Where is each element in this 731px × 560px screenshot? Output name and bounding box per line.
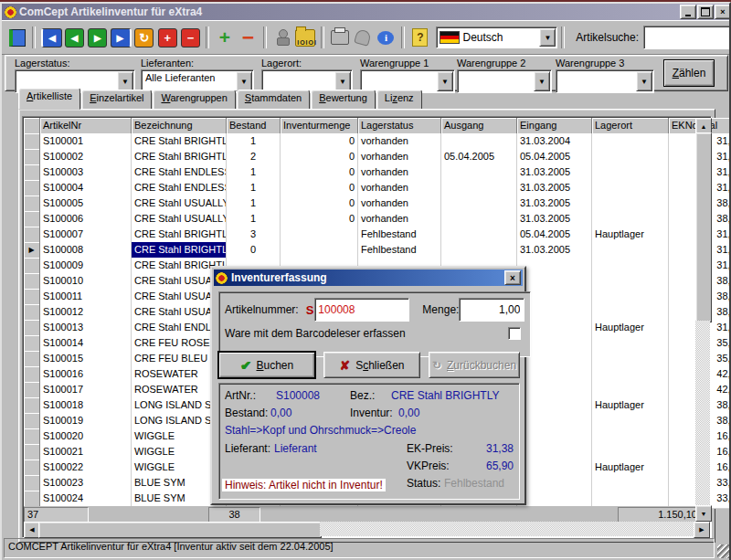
dialog-title: Inventurerfassung — [231, 271, 504, 284]
first-record-button[interactable]: ◀ — [40, 26, 61, 48]
tab-lizenz[interactable]: Lizenz — [376, 90, 422, 110]
close-icon: × — [720, 7, 725, 16]
exit-button[interactable] — [6, 26, 27, 48]
filter-label: Lieferanten: — [141, 58, 254, 69]
next-record-icon: ▶ — [88, 28, 107, 48]
book-button[interactable]: ✔ Buchen — [218, 352, 315, 378]
row-indicator — [24, 382, 40, 398]
quantity-label: Menge: — [422, 303, 459, 316]
chevron-down-icon[interactable]: ▼ — [636, 71, 652, 91]
refresh-button[interactable]: ↻ — [133, 26, 154, 48]
tab-einzelartikel[interactable]: Einzelartikel — [81, 90, 152, 110]
chevron-down-icon[interactable]: ▼ — [236, 71, 252, 91]
preview-button[interactable] — [352, 26, 373, 48]
ek-preis-label: EK-Preis: — [407, 442, 453, 455]
bez-label: Bez.: — [350, 389, 375, 402]
ek-preis-value: 31,38 — [473, 442, 514, 455]
row-indicator — [24, 289, 40, 305]
bestand-value: 0,00 — [270, 407, 291, 419]
stamp-icon — [354, 28, 372, 47]
row-indicator — [24, 351, 40, 367]
table-row[interactable]: S100005CRE Stahl USUALLY10vorhanden31.03… — [24, 195, 695, 211]
count-button[interactable]: Zählen — [663, 59, 715, 87]
article-number-input[interactable] — [314, 298, 409, 322]
table-row[interactable]: S100007CRE Stahl BRIGHTLY3Fehlbestand05.… — [24, 227, 695, 242]
toolbar-separator — [206, 26, 209, 48]
vertical-scroll-thumb[interactable] — [695, 132, 712, 322]
vk-preis-label: VKPreis: — [407, 460, 450, 472]
tab-stammdaten[interactable]: Stammdaten — [237, 90, 310, 110]
tab-artikelliste[interactable]: Artikelliste — [18, 88, 80, 110]
table-row[interactable]: ▶S100008CRE Stahl BRIGHTLY0Fehlbestand31… — [24, 242, 695, 258]
help-icon: ? — [412, 28, 428, 47]
previous-record-icon: ◀ — [65, 28, 84, 48]
maximize-button[interactable] — [697, 5, 714, 19]
import-data-button[interactable]: IOIOI — [295, 26, 316, 48]
barcode-row: Ware mit dem Barcodeleser erfassen — [225, 327, 524, 340]
delete-record-button[interactable]: − — [180, 26, 201, 48]
row-indicator — [24, 133, 40, 150]
chevron-down-icon[interactable]: ▼ — [117, 71, 133, 91]
search-input[interactable] — [643, 26, 731, 49]
horizontal-scroll-track[interactable] — [320, 522, 695, 536]
previous-record-button[interactable]: ◀ — [64, 26, 85, 48]
language-combobox[interactable]: Deutsch ▼ — [436, 26, 558, 48]
info-button[interactable]: i — [376, 26, 397, 48]
maximize-icon — [701, 7, 710, 16]
vertical-scroll-track[interactable] — [695, 321, 710, 507]
print-button[interactable] — [329, 26, 350, 48]
insert-record-button[interactable]: + — [156, 26, 177, 48]
quantity-input[interactable] — [459, 298, 524, 322]
row-indicator — [24, 149, 40, 165]
barcode-checkbox[interactable] — [508, 327, 521, 340]
filter-combobox[interactable]: ▼ — [556, 69, 654, 93]
plus-icon: + — [219, 28, 230, 47]
row-indicator — [24, 273, 40, 290]
status-value: Fehlbestand — [444, 477, 504, 490]
info-icon: i — [377, 31, 394, 45]
delete-record-icon: − — [181, 28, 200, 48]
dialog-close-button[interactable]: × — [504, 270, 521, 285]
table-row[interactable]: S100001CRE Stahl BRIGHTLY10vorhanden31.0… — [24, 133, 695, 149]
warengruppe-path: Stahl=>Kopf und Ohrschmuck=>Creole — [225, 424, 416, 437]
vertical-scrollbar[interactable]: ▲ ▼ — [695, 118, 710, 522]
row-indicator — [24, 227, 40, 243]
table-row[interactable]: S100004CRE Stahl ENDLESSLY10vorhanden31.… — [24, 180, 695, 195]
table-row[interactable]: S100006CRE Stahl USUALLY10vorhanden31.03… — [24, 211, 695, 227]
toolbar: ◀ ◀ ▶ ▶ ↻ + − + − IOIOI i ? Deutsch ▼ Ar… — [2, 20, 731, 55]
chevron-down-icon[interactable]: ▼ — [539, 28, 556, 47]
help-button[interactable]: ? — [409, 26, 430, 48]
toolbar-separator — [321, 26, 324, 48]
table-row[interactable]: S100003CRE Stahl ENDLESSLY10vorhanden31.… — [24, 164, 695, 180]
horizontal-scrollbar[interactable]: ◀ ▶ — [24, 522, 710, 536]
row-indicator — [24, 460, 40, 476]
toolbar-separator — [401, 26, 405, 48]
book-back-button[interactable]: ↻ Zurückbuchen — [429, 352, 520, 378]
current-row-marker: ▶ — [24, 242, 40, 259]
last-record-button[interactable]: ▶ — [111, 26, 132, 48]
dialog-icon — [216, 272, 228, 284]
search-label: Artikelsuche: — [576, 31, 639, 44]
scroll-down-button[interactable]: ▼ — [695, 505, 712, 522]
close-button[interactable]: × — [715, 5, 731, 19]
tab-bewertung[interactable]: Bewertung — [311, 90, 376, 110]
filter-combobox[interactable]: ▼ — [457, 69, 552, 93]
remove-button[interactable]: − — [238, 26, 259, 48]
filter-label: Warengruppe 1 — [360, 58, 455, 69]
first-record-icon: ◀ — [41, 28, 62, 48]
close-dialog-button[interactable]: ✘ Schließen — [323, 352, 420, 378]
chevron-down-icon[interactable]: ▼ — [437, 71, 453, 91]
minimize-button[interactable] — [680, 5, 696, 19]
check-icon: ✔ — [240, 358, 251, 373]
next-record-button[interactable]: ▶ — [87, 26, 108, 48]
row-indicator — [24, 195, 40, 212]
row-indicator — [24, 258, 40, 274]
scale-button[interactable] — [271, 26, 292, 48]
chevron-down-icon[interactable]: ▼ — [334, 71, 351, 91]
table-row[interactable]: S100002CRE Stahl BRIGHTLY20vorhanden05.0… — [24, 149, 695, 164]
add-button[interactable]: + — [214, 26, 235, 48]
row-indicator — [24, 366, 40, 383]
tab-warengruppen[interactable]: Warengruppen — [153, 90, 235, 110]
chevron-down-icon[interactable]: ▼ — [534, 71, 550, 91]
resize-grip[interactable] — [717, 544, 731, 558]
